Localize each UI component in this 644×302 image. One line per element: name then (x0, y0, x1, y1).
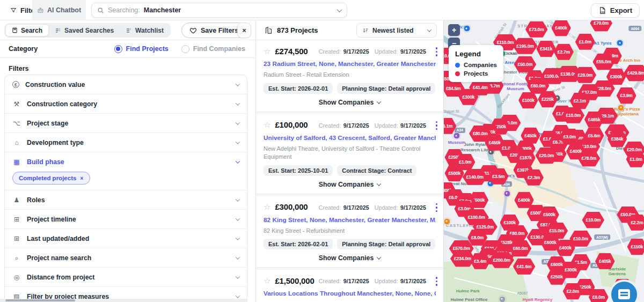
save-filters-button[interactable]: Save Filters (181, 23, 246, 38)
ai-chatbot-label: AI Chatbot (47, 6, 81, 14)
map-label: Hyatt Regency (523, 297, 553, 302)
kebab-menu[interactable] (436, 47, 438, 56)
zoom-in-button[interactable]: + (448, 24, 460, 36)
project-card[interactable]: ☆ £300,000 Created: 9/17/2025 Updated: 9… (256, 194, 443, 268)
map-panel[interactable]: STRANGEWAYS GREEN QUARTER NOMA CASTLEFIE… (443, 20, 644, 302)
chevron-down-icon[interactable] (337, 7, 342, 12)
legend-title: Legend (455, 50, 497, 58)
filter-row[interactable]: ⚒ Construction category × (5, 94, 247, 113)
created-date: 9/17/2025 (343, 48, 369, 55)
filter-row[interactable]: ▦ Build phase Completed projects × (5, 152, 247, 190)
project-card[interactable]: ☆ £1,500,000 Created: 9/17/2025 Updated:… (256, 268, 443, 302)
project-description: 82 King Street - Refurbishment (264, 227, 436, 235)
legend-item: Companies (455, 62, 497, 68)
road-badge: A664 (628, 26, 641, 31)
map-poi-icon (443, 218, 450, 225)
star-icon[interactable]: ☆ (264, 121, 270, 129)
project-card[interactable]: ☆ £100,000 Created: 9/17/2025 Updated: 9… (256, 112, 443, 194)
map-label: Hulme Park (456, 289, 480, 294)
chevron-down-icon (377, 181, 381, 186)
star-icon[interactable]: ☆ (264, 47, 270, 55)
chevron-down-icon (236, 274, 240, 278)
build-phase-icon: ▦ (12, 158, 21, 166)
chevron-down-icon (427, 27, 431, 32)
filter-row[interactable]: ⌥ Project stage × (5, 113, 247, 132)
chevron-down-icon (377, 255, 381, 260)
show-companies-toggle[interactable]: Show Companies (264, 181, 436, 188)
star-icon[interactable]: ☆ (264, 277, 270, 285)
chevron-down-icon (236, 139, 240, 144)
filters-sidebar: Category Find Projects Find Companies Fi… (0, 40, 256, 302)
stage-badge: Contract Stage: Contract (337, 165, 416, 176)
ai-chatbot-tab[interactable]: AI Chatbot (32, 0, 86, 20)
show-companies-toggle[interactable]: Show Companies (264, 254, 436, 262)
map-poi-icon (503, 190, 510, 197)
saved-searches-label: Saved Searches (64, 27, 114, 34)
chip-close-icon[interactable]: × (80, 175, 83, 181)
stage-badge: Est. Start: 2026-02-01 (264, 83, 333, 94)
export-label: Export (610, 6, 632, 14)
filter-row[interactable]: ⌕ Project name search × (5, 248, 247, 267)
created-label: Created: (319, 122, 341, 129)
stage-badge: Planning Stage: Detail approval (337, 83, 435, 94)
filter-label: Construction category (27, 100, 230, 108)
sidebar-toolbar: Search Saved Searches Watchlist Save Fil… (0, 20, 256, 40)
filter-row[interactable]: ⊞ Last updated/added × (5, 229, 247, 248)
filter-row[interactable]: ♟ Roles × (5, 190, 247, 209)
sort-dropdown[interactable]: Newest listed (356, 23, 437, 38)
distance-icon: ◎ (12, 274, 21, 281)
filter-row[interactable]: ⊞ Project timeline × (5, 209, 247, 229)
find-companies-radio[interactable]: Find Companies (181, 45, 245, 53)
svg-text:CSV: CSV (601, 11, 605, 13)
project-description: Radium Street - Retail Extension (264, 71, 436, 79)
project-value: £274,500 (275, 47, 308, 56)
project-card[interactable]: ☆ £274,500 Created: 9/17/2025 Updated: 9… (256, 40, 443, 112)
horizontal-scrollbar[interactable] (0, 299, 247, 302)
map-poi-icon (453, 132, 460, 139)
list-icon (55, 27, 61, 34)
chevron-down-icon (236, 235, 240, 240)
updated-label: Updated: (375, 204, 398, 211)
project-address-link[interactable]: University of Salford, 43 Crescent, Salf… (264, 134, 436, 142)
stage-badge: Est. Start: 2025-10-01 (264, 165, 333, 176)
project-address-link[interactable]: 82 King Street, None, Manchester, Greate… (264, 216, 436, 224)
filter-label: Build phase (27, 158, 230, 166)
clear-filters-button[interactable]: × (237, 23, 251, 38)
chevron-down-icon (236, 293, 240, 298)
road-badge: A57(M) (594, 234, 610, 240)
find-companies-label: Find Companies (193, 45, 245, 53)
updated-date: 9/17/2025 (400, 278, 426, 284)
filter-row[interactable]: ◎ Distance from project × (5, 267, 247, 286)
filter-chip-label: Completed projects (19, 175, 76, 181)
saved-searches-tab[interactable]: Saved Searches (49, 23, 120, 38)
find-projects-radio[interactable]: Find Projects (114, 45, 169, 53)
show-companies-label: Show Companies (319, 181, 374, 188)
created-label: Created: (319, 204, 341, 211)
legend-item-label: Companies (464, 62, 497, 68)
watchlist-label: Watchlist (135, 27, 164, 34)
filter-row[interactable]: £ Construction value × (5, 75, 247, 94)
watchlist-tab[interactable]: Watchlist (120, 23, 170, 38)
star-icon[interactable]: ☆ (264, 203, 270, 211)
list-icon (126, 27, 132, 34)
legend-dot-icon (455, 63, 460, 68)
kebab-menu[interactable] (436, 121, 438, 130)
search-tab[interactable]: Search (5, 24, 49, 36)
location-search-input[interactable]: Searching: Manchester (91, 3, 347, 18)
filters-accordion: £ Construction value × ⚒ Co (4, 75, 247, 302)
project-address-link[interactable]: Various Locations Throughout Manchester,… (264, 290, 436, 297)
filter-label: Construction value (25, 81, 230, 89)
chat-doc-icon (618, 289, 630, 299)
filter-row[interactable]: ⌂ Development type × (5, 132, 247, 152)
app-window: Filters AI Chatbot Searching: Manchester… (0, 0, 644, 302)
kebab-menu[interactable] (436, 277, 438, 286)
project-address-link[interactable]: 23 Radium Street, None, Manchester, Grea… (264, 60, 436, 68)
filter-chip[interactable]: Completed projects × (12, 172, 90, 185)
show-companies-toggle[interactable]: Show Companies (264, 99, 436, 106)
export-button[interactable]: CSV Export (591, 3, 640, 18)
save-filters-label: Save Filters (201, 27, 238, 34)
stage-badge: Planning Stage: Detail approval (337, 239, 435, 249)
heart-icon (189, 27, 197, 34)
sort-icon (362, 27, 369, 34)
kebab-menu[interactable] (436, 203, 438, 212)
